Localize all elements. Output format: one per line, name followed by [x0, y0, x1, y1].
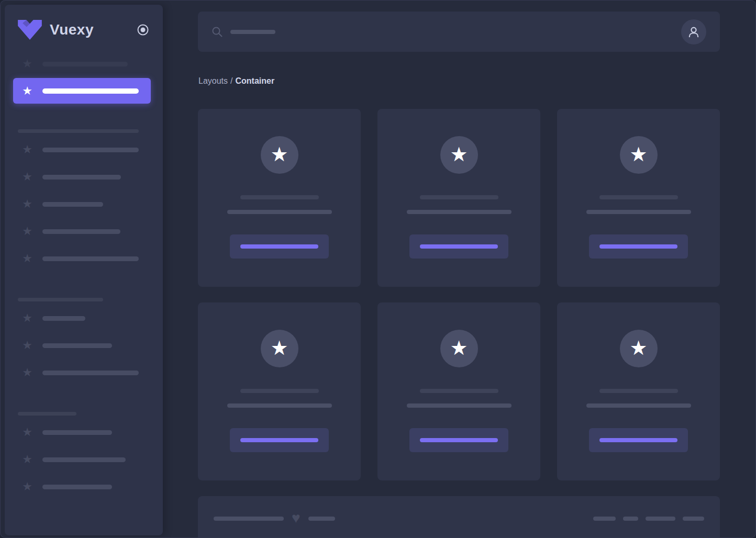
star-icon: ★ [21, 172, 34, 182]
star-icon: ★ [270, 144, 288, 164]
footer-links [593, 517, 704, 521]
sidebar-item-label-skeleton [42, 457, 126, 462]
sidebar-item[interactable]: ★ [21, 428, 163, 437]
sidebar-item[interactable]: ★ [21, 199, 163, 209]
sidebar-section-header-skeleton [18, 412, 76, 416]
card-button-label-skeleton [599, 244, 677, 249]
sidebar-item-label-skeleton [42, 88, 139, 94]
card: ★ [557, 302, 720, 480]
footer-left: ♥ [214, 511, 335, 526]
card-grid: ★ ★ ★ [198, 109, 720, 480]
sidebar-item-active[interactable]: ★ [13, 78, 151, 104]
breadcrumb-parent[interactable]: Layouts [198, 76, 228, 85]
star-icon: ★ [21, 254, 34, 263]
sidebar-item-label-skeleton [42, 202, 103, 207]
card-button[interactable] [589, 234, 688, 259]
sidebar-item-label-skeleton [42, 256, 139, 261]
footer-link-skeleton [623, 517, 638, 521]
sidebar-item-label-skeleton [42, 62, 128, 66]
star-icon: ★ [21, 482, 34, 491]
sidebar-item[interactable]: ★ [21, 145, 163, 154]
star-avatar: ★ [261, 330, 298, 367]
card-button-label-skeleton [599, 438, 677, 442]
card-title-skeleton [420, 389, 498, 393]
star-avatar: ★ [440, 136, 478, 174]
star-icon: ★ [450, 144, 468, 164]
sidebar-item[interactable]: ★ [21, 227, 163, 236]
sidebar-item-label-skeleton [42, 485, 112, 489]
brand-name: Vuexy [50, 21, 94, 38]
star-icon: ★ [629, 338, 647, 358]
sidebar-item-label-skeleton [42, 371, 139, 375]
sidebar-item[interactable]: ★ [21, 341, 163, 350]
card-button[interactable] [409, 428, 508, 452]
sidebar-item-label-skeleton [42, 430, 112, 435]
footer-text-skeleton [308, 517, 335, 521]
heart-icon: ♥ [292, 511, 301, 525]
footer-link-skeleton [683, 517, 704, 521]
star-icon: ★ [21, 428, 34, 437]
collapse-toggle-icon[interactable] [137, 24, 149, 36]
footer: ♥ [198, 496, 720, 538]
star-icon: ★ [629, 144, 647, 164]
star-avatar: ★ [261, 136, 298, 174]
sidebar-item[interactable]: ★ [21, 172, 163, 182]
card-subtitle-skeleton [227, 404, 332, 408]
card-button[interactable] [230, 234, 329, 259]
sidebar-item[interactable]: ★ [21, 368, 163, 377]
star-icon: ★ [21, 145, 34, 154]
sidebar-item[interactable]: ★ [21, 59, 163, 69]
star-icon: ★ [450, 338, 468, 358]
sidebar-section-header-skeleton [18, 298, 103, 301]
card-title-skeleton [599, 195, 678, 199]
card-title-skeleton [599, 389, 678, 393]
card-subtitle-skeleton [407, 210, 512, 214]
search-placeholder-skeleton [230, 30, 275, 34]
star-icon: ★ [21, 59, 34, 69]
card-button-label-skeleton [240, 438, 318, 442]
star-avatar: ★ [620, 330, 658, 367]
sidebar-item[interactable]: ★ [21, 482, 163, 491]
star-icon: ★ [21, 227, 34, 236]
sidebar-item[interactable]: ★ [21, 254, 163, 263]
footer-link-skeleton [593, 517, 616, 521]
card-button[interactable] [589, 428, 688, 452]
card-button-label-skeleton [420, 244, 498, 249]
card-subtitle-skeleton [407, 404, 512, 408]
card: ★ [198, 302, 361, 480]
sidebar-item-label-skeleton [42, 316, 85, 321]
breadcrumb-separator: / [230, 76, 232, 85]
star-icon: ★ [270, 338, 288, 358]
card-button[interactable] [409, 234, 508, 259]
footer-link-skeleton [646, 517, 675, 521]
card-title-skeleton [420, 195, 498, 199]
sidebar: Vuexy ★ ★ ★ ★ ★ [5, 5, 163, 535]
sidebar-item[interactable]: ★ [21, 455, 163, 464]
star-avatar: ★ [620, 136, 658, 174]
main-content: Layouts/Container ★ ★ ★ [163, 1, 755, 537]
sidebar-section-header-skeleton [18, 129, 139, 133]
user-avatar[interactable] [681, 19, 706, 44]
sidebar-item-label-skeleton [42, 229, 120, 234]
person-icon [687, 25, 701, 39]
search-icon [212, 26, 223, 38]
sidebar-item-label-skeleton [42, 343, 112, 348]
star-icon: ★ [21, 313, 34, 323]
sidebar-item-label-skeleton [42, 175, 121, 180]
star-icon: ★ [21, 368, 34, 377]
app-window: Vuexy ★ ★ ★ ★ ★ [0, 0, 756, 538]
footer-text-skeleton [214, 517, 284, 521]
breadcrumb: Layouts/Container [198, 76, 720, 86]
vuexy-logo-icon [16, 19, 43, 40]
card-button[interactable] [230, 428, 329, 452]
card-button-label-skeleton [420, 438, 498, 442]
card-subtitle-skeleton [586, 404, 691, 408]
search-input[interactable] [212, 26, 681, 38]
brand-row: Vuexy [5, 5, 163, 55]
card: ★ [198, 109, 361, 287]
card-button-label-skeleton [240, 244, 318, 249]
sidebar-item-label-skeleton [42, 148, 139, 152]
sidebar-item[interactable]: ★ [21, 313, 163, 323]
card: ★ [557, 109, 720, 287]
star-icon: ★ [21, 341, 34, 350]
